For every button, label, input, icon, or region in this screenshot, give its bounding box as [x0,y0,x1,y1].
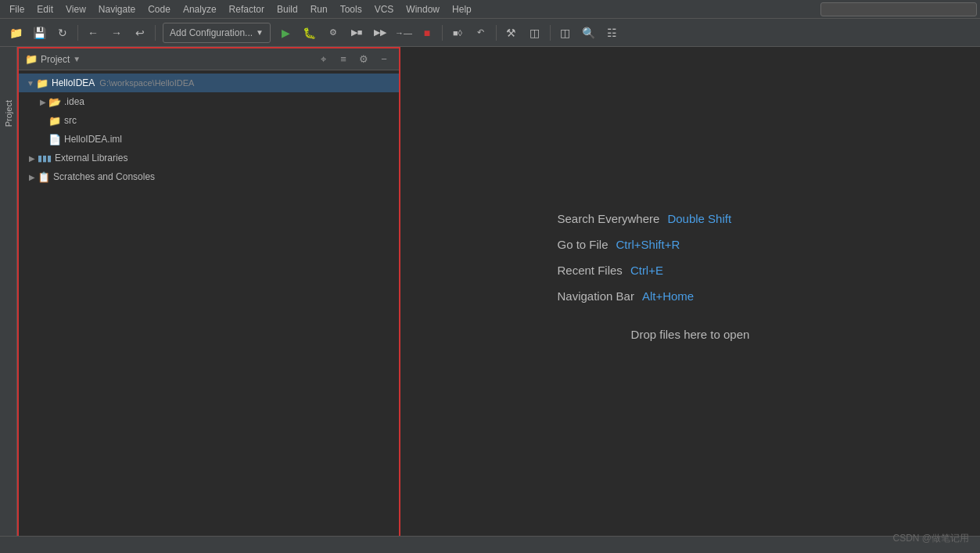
tree-item-idea[interactable]: ▶ 📂 .idea [19,92,399,111]
menu-run[interactable]: Run [304,2,334,16]
sep1 [77,25,78,41]
menu-vcs[interactable]: VCS [368,2,400,16]
project-tree: ▼ 📁 HelloIDEA G:\workspace\HelloIDEA ▶ 📂… [19,70,399,551]
close-panel-button[interactable]: − [375,51,393,68]
shortcut-key-1: Ctrl+Shift+R [616,238,680,251]
run-button[interactable]: ▶ [275,22,297,44]
layout-button[interactable]: ◫ [524,22,546,44]
menu-refactor[interactable]: Refactor [223,2,271,16]
drop-files-row: Drop files here to open [631,328,750,341]
options-button[interactable]: ⚙ [355,51,372,68]
split-button[interactable]: ◫ [555,22,576,44]
scratches-icon: 📋 [38,171,50,183]
shortcut-row-3: Navigation Bar Alt+Home [558,289,824,303]
tree-item-iml[interactable]: 📄 HelloIDEA.iml [19,130,399,149]
locate-button[interactable]: ⌖ [314,51,332,68]
shortcut-key-0: Double Shift [667,212,731,225]
revert-button[interactable]: ↩ [129,22,151,44]
wrench-button[interactable]: ⚒ [501,22,522,44]
idea-label: .idea [64,96,84,107]
attach-button[interactable]: ⚙ [322,22,344,44]
tree-item-src[interactable]: 📁 src [19,111,399,130]
menu-file[interactable]: File [3,2,31,16]
drop-files-text: Drop files here to open [631,328,750,341]
menubar: File Edit View Navigate Code Analyze Ref… [0,0,980,19]
open-button[interactable]: 📁 [5,22,27,44]
menu-code[interactable]: Code [142,2,177,16]
toolbar: 📁 💾 ↻ ← → ↩ Add Configuration... ▼ ▶ 🐛 ⚙… [0,19,980,47]
sep2 [155,25,156,41]
menu-edit[interactable]: Edit [31,2,59,16]
project-tab-label[interactable]: Project [2,94,15,133]
back-button[interactable]: ← [82,22,104,44]
tree-item-external-libs[interactable]: ▶ ▮▮▮ External Libraries [19,149,399,167]
save-button[interactable]: 💾 [28,22,50,44]
root-arrow-icon: ▼ [25,77,36,88]
profile-button[interactable]: ▶▶ [369,22,391,44]
shortcut-label-1: Go to File [558,238,608,251]
shortcut-row-2: Recent Files Ctrl+E [558,264,824,277]
left-tab-strip: Project [0,47,17,553]
shortcut-key-2: Ctrl+E [630,264,663,277]
config-label: Add Configuration... [170,27,253,38]
shortcut-label-2: Recent Files [558,264,623,277]
menu-view[interactable]: View [59,2,92,16]
main-area: Project 📁 Project ▼ ⌖ ≡ ⚙ − ▼ 📁 [0,47,980,553]
project-folder-icon: 📁 [25,53,38,65]
debug-button[interactable]: 🐛 [299,22,321,44]
libs-arrow-icon: ▶ [27,153,38,163]
project-chevron-icon: ▼ [73,55,81,63]
libs-icon: ▮▮▮ [38,153,52,163]
project-title: Project [41,54,70,65]
project-dropdown[interactable]: 📁 Project ▼ [25,53,81,65]
project-panel-header: 📁 Project ▼ ⌖ ≡ ⚙ − [19,48,399,70]
shortcut-row-0: Search Everywhere Double Shift [558,212,824,225]
scratches-arrow-icon: ▶ [27,171,38,182]
add-configuration-button[interactable]: Add Configuration... ▼ [163,23,271,43]
project-panel: 📁 Project ▼ ⌖ ≡ ⚙ − ▼ 📁 HelloIDEA G:\wor… [17,47,400,553]
src-folder-icon: 📁 [48,115,61,127]
iml-label: HelloIDEA.iml [64,134,122,145]
step-over-button[interactable]: →— [393,22,415,44]
iml-arrow-icon [38,134,48,145]
scratches-label: Scratches and Consoles [53,171,155,182]
sep5 [550,25,551,41]
menu-tools[interactable]: Tools [334,2,368,16]
forward-button[interactable]: → [106,22,127,44]
shortcut-row-1: Go to File Ctrl+Shift+R [558,238,824,251]
libs-label: External Libraries [55,153,127,163]
src-arrow-icon [38,115,48,126]
tree-item-scratches[interactable]: ▶ 📋 Scratches and Consoles [19,167,399,186]
right-area: Search Everywhere Double Shift Go to Fil… [400,47,980,553]
menu-navigate[interactable]: Navigate [92,2,142,16]
sep4 [496,25,497,41]
root-folder-icon: 📁 [36,77,48,89]
src-label: src [64,115,77,126]
search-bar-right[interactable] [820,2,977,16]
menu-help[interactable]: Help [446,2,478,16]
coverage2-button[interactable]: ■◊ [447,22,468,44]
menu-window[interactable]: Window [400,2,446,16]
shortcut-label-0: Search Everywhere [558,212,660,225]
find-button[interactable]: 🔍 [578,22,600,44]
services-button[interactable]: ☷ [601,22,623,44]
sync-button[interactable]: ↻ [52,22,74,44]
idea-folder-icon: 📂 [48,96,61,108]
stop-button[interactable]: ■ [416,22,438,44]
menu-analyze[interactable]: Analyze [177,2,223,16]
profile2-button[interactable]: ↶ [470,22,492,44]
bottom-status-bar [0,536,980,553]
sep3 [442,25,443,41]
iml-file-icon: 📄 [48,134,61,145]
config-chevron-icon: ▼ [256,28,264,37]
root-path: G:\workspace\HelloIDEA [99,78,194,88]
menu-build[interactable]: Build [271,2,304,16]
idea-arrow-icon: ▶ [38,96,48,107]
panel-actions: ⌖ ≡ ⚙ − [314,51,393,68]
watermark: CSDN @做笔记用 [892,532,969,545]
collapse-all-button[interactable]: ≡ [335,51,352,68]
shortcut-label-3: Navigation Bar [558,289,634,303]
tree-root[interactable]: ▼ 📁 HelloIDEA G:\workspace\HelloIDEA [19,74,399,92]
root-name: HelloIDEA [52,77,95,88]
coverage-button[interactable]: ▶■ [346,22,368,44]
